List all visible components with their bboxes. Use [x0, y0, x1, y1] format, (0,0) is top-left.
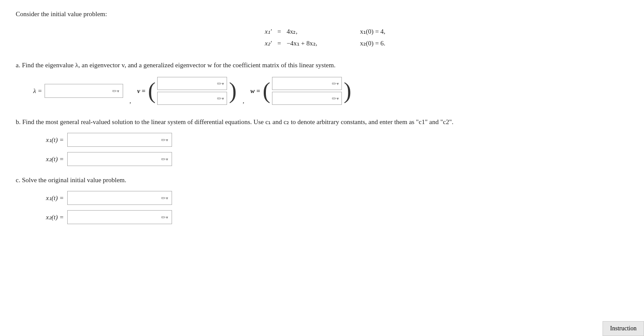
part-c-x2-input[interactable]: ✏▾ [67, 210, 172, 224]
pencil-icon: ✏ [112, 88, 117, 94]
part-b-label: b. Find the most general real-valued sol… [16, 118, 628, 126]
v-cell-2[interactable]: ✏▾ [157, 92, 227, 105]
part-c-x1-label: x₁(t) = [33, 194, 64, 202]
part-c-x1-pencil[interactable]: ✏▾ [160, 194, 169, 202]
w-matrix-cells: ✏▾ ✏▾ [270, 76, 344, 106]
eq1-equals: = [275, 26, 283, 38]
pencil-icon: ✏ [332, 80, 337, 87]
pencil-icon: ✏ [161, 195, 166, 201]
part-b-x2-row: x₂(t) = ✏▾ [33, 152, 628, 166]
v-matrix-paren: ( ✏▾ ✏▾ ) [148, 76, 237, 106]
pencil-icon: ✏ [217, 80, 222, 87]
problem-intro: Consider the initial value problem: [16, 10, 628, 18]
part-b-x1-label: x₁(t) = [33, 136, 64, 144]
w-matrix-paren: ( ✏▾ ✏▾ ) [263, 76, 351, 106]
part-c-x2-row: x₂(t) = ✏▾ [33, 210, 628, 224]
v-vector-group: v = ( ✏▾ ✏▾ ) [137, 76, 237, 106]
part-a-inputs-row: λ = ✏▾ , v = ( ✏▾ [33, 76, 628, 106]
part-b-x1-pencil[interactable]: ✏▾ [160, 136, 169, 144]
w-paren-left: ( [263, 80, 270, 102]
w-cell-1[interactable]: ✏▾ [272, 77, 342, 90]
comma-2: , [243, 97, 245, 106]
v-label: v = [137, 87, 145, 95]
part-c-section: c. Solve the original initial value prob… [16, 177, 628, 224]
pencil-icon: ✏ [161, 156, 166, 163]
w-cell1-pencil[interactable]: ✏▾ [331, 80, 340, 88]
part-a-label: a. Find the eigenvalue λ, an eigenvector… [16, 62, 628, 69]
part-b-text: b. Find the most general real-valued sol… [16, 118, 454, 125]
part-b-x1-row: x₁(t) = ✏▾ [33, 133, 628, 147]
part-b-x1-input[interactable]: ✏▾ [67, 133, 172, 147]
pencil-icon: ✏ [161, 214, 166, 221]
w-paren-right: ) [344, 80, 351, 102]
v-cell1-pencil[interactable]: ✏▾ [216, 80, 225, 88]
eq1-lhs: x₁′ [258, 26, 272, 38]
pencil-icon: ✏ [161, 137, 166, 143]
part-b-x2-input[interactable]: ✏▾ [67, 152, 172, 166]
dropdown-icon: ▾ [166, 157, 168, 162]
pencil-icon: ✏ [332, 95, 337, 102]
part-c-label: c. Solve the original initial value prob… [16, 177, 628, 184]
dropdown-icon: ▾ [337, 96, 339, 101]
eq1-rhs: 4x₂, [286, 26, 339, 38]
eq2-ic: x₂(0) = 6. [360, 38, 385, 49]
lambda-pencil-button[interactable]: ✏▾ [111, 87, 120, 95]
equations-block: x₁′ = 4x₂, x₁(0) = 4, x₂′ = −4x₁ + 8x₂, … [16, 26, 628, 49]
part-a-section: a. Find the eigenvalue λ, an eigenvector… [16, 62, 628, 106]
eq2-equals: = [275, 38, 283, 49]
dropdown-icon: ▾ [166, 196, 168, 201]
dropdown-icon: ▾ [166, 138, 168, 142]
dropdown-icon: ▾ [222, 81, 224, 86]
part-b-x2-label: x₂(t) = [33, 155, 64, 163]
v-paren-right: ) [229, 80, 236, 102]
v-cell-1[interactable]: ✏▾ [157, 77, 227, 90]
lambda-label: λ = [33, 87, 42, 95]
eq2-lhs: x₂′ [258, 38, 272, 49]
dropdown-icon: ▾ [337, 81, 339, 86]
part-c-x2-pencil[interactable]: ✏▾ [160, 213, 169, 222]
equation-row-2: x₂′ = −4x₁ + 8x₂, x₂(0) = 6. [258, 38, 385, 49]
intro-text: Consider the initial value problem: [16, 10, 107, 17]
part-b-x2-pencil[interactable]: ✏▾ [160, 155, 169, 163]
part-a-text: a. Find the eigenvalue λ, an eigenvector… [16, 62, 335, 69]
part-c-x2-label: x₂(t) = [33, 213, 64, 221]
w-cell-2[interactable]: ✏▾ [272, 92, 342, 105]
pencil-dropdown-icon: ▾ [117, 89, 119, 94]
v-cell2-pencil[interactable]: ✏▾ [216, 94, 225, 103]
eq2-rhs: −4x₁ + 8x₂, [286, 38, 339, 49]
pencil-icon: ✏ [217, 95, 222, 102]
v-paren-left: ( [148, 80, 155, 102]
part-c-x1-input[interactable]: ✏▾ [67, 191, 172, 205]
part-c-text: c. Solve the original initial value prob… [16, 177, 126, 184]
comma-1: , [129, 97, 131, 106]
eq1-ic: x₁(0) = 4, [360, 26, 385, 38]
equation-row-1: x₁′ = 4x₂, x₁(0) = 4, [258, 26, 385, 38]
lambda-input-box[interactable]: ✏▾ [45, 84, 123, 98]
part-c-x1-row: x₁(t) = ✏▾ [33, 191, 628, 205]
lambda-group: λ = ✏▾ [33, 84, 123, 98]
w-label: w = [251, 87, 260, 95]
v-matrix-cells: ✏▾ ✏▾ [155, 76, 229, 106]
instruction-button[interactable]: Instruction [603, 321, 644, 336]
dropdown-icon: ▾ [166, 215, 168, 220]
w-cell2-pencil[interactable]: ✏▾ [331, 94, 340, 103]
dropdown-icon: ▾ [222, 96, 224, 101]
part-b-section: b. Find the most general real-valued sol… [16, 118, 628, 166]
w-vector-group: w = ( ✏▾ ✏▾ ) [251, 76, 351, 106]
